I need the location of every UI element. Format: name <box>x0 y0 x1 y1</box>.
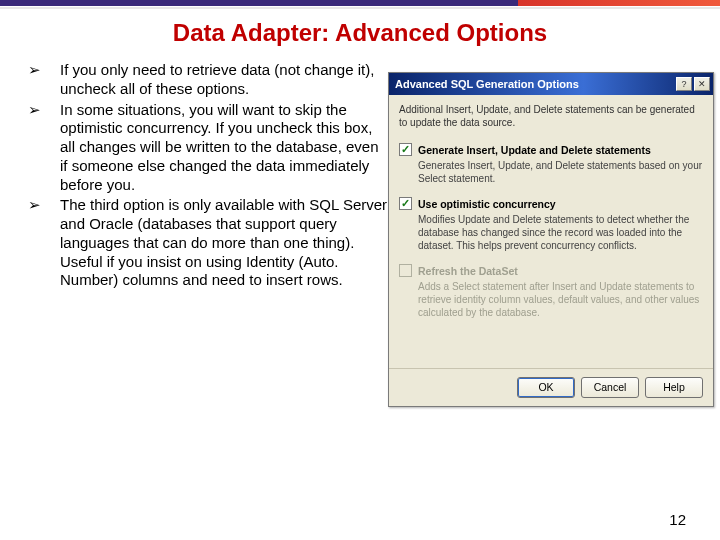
checkbox-concurrency[interactable] <box>399 197 412 210</box>
bullet-text: The third option is only available with … <box>50 196 388 290</box>
dialog-body: Additional Insert, Update, and Delete st… <box>389 95 713 337</box>
checkbox-refresh <box>399 264 412 277</box>
option-description: Modifies Update and Delete statements to… <box>418 213 703 252</box>
option-optimistic-concurrency: Use optimistic concurrency Modifies Upda… <box>399 197 703 252</box>
help-button[interactable]: Help <box>645 377 703 398</box>
titlebar-buttons: ? ✕ <box>676 77 710 91</box>
slide-divider <box>0 7 720 9</box>
dialog-footer: OK Cancel Help <box>389 368 713 406</box>
option-description: Adds a Select statement after Insert and… <box>418 280 703 319</box>
page-number: 12 <box>669 511 686 528</box>
bullet-item: The third option is only available with … <box>28 196 388 290</box>
cancel-button[interactable]: Cancel <box>581 377 639 398</box>
option-label: Use optimistic concurrency <box>418 198 556 210</box>
help-icon[interactable]: ? <box>676 77 692 91</box>
close-icon[interactable]: ✕ <box>694 77 710 91</box>
dialog-titlebar[interactable]: Advanced SQL Generation Options ? ✕ <box>389 73 713 95</box>
ok-button[interactable]: OK <box>517 377 575 398</box>
slide-top-bar <box>0 0 720 6</box>
option-generate-statements: Generate Insert, Update and Delete state… <box>399 143 703 185</box>
advanced-sql-options-dialog: Advanced SQL Generation Options ? ✕ Addi… <box>388 72 714 407</box>
option-description: Generates Insert, Update, and Delete sta… <box>418 159 703 185</box>
option-label: Generate Insert, Update and Delete state… <box>418 144 651 156</box>
bullet-text: If you only need to retrieve data (not c… <box>50 61 388 99</box>
option-refresh-dataset: Refresh the DataSet Adds a Select statem… <box>399 264 703 319</box>
checkbox-generate[interactable] <box>399 143 412 156</box>
dialog-intro: Additional Insert, Update, and Delete st… <box>399 103 703 129</box>
bullet-text: In some situations, you will want to ski… <box>50 101 388 195</box>
dialog-title: Advanced SQL Generation Options <box>395 78 579 90</box>
bullet-item: If you only need to retrieve data (not c… <box>28 61 388 99</box>
bullet-item: In some situations, you will want to ski… <box>28 101 388 195</box>
bullet-list: If you only need to retrieve data (not c… <box>28 61 388 290</box>
slide-title: Data Adapter: Advanced Options <box>0 19 720 47</box>
option-label: Refresh the DataSet <box>418 265 518 277</box>
